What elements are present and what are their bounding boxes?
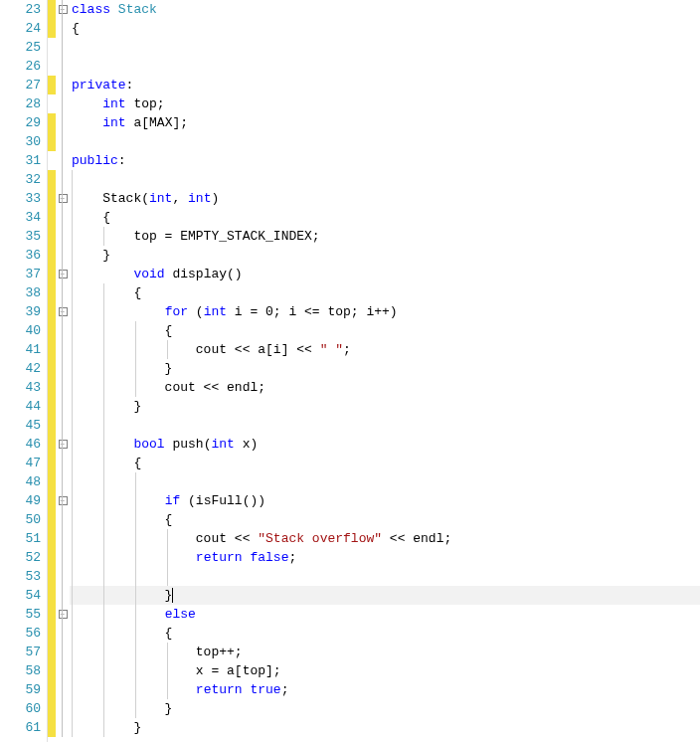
fold-cell[interactable]: − xyxy=(56,605,70,624)
indent-guide xyxy=(72,548,73,567)
code-line[interactable]: return true; xyxy=(70,680,700,699)
code-line[interactable]: } xyxy=(70,359,700,378)
line-number: 32 xyxy=(0,170,47,189)
code-line[interactable]: cout << a[i] << " "; xyxy=(70,340,700,359)
code-line[interactable] xyxy=(70,38,700,57)
code-line[interactable]: public: xyxy=(70,151,700,170)
code-line[interactable]: } xyxy=(70,397,700,416)
fold-cell xyxy=(56,76,70,94)
code-line[interactable]: for (int i = 0; i <= top; i++) xyxy=(70,302,700,321)
code-line[interactable]: { xyxy=(70,510,700,529)
code-line[interactable]: } xyxy=(70,586,700,605)
code-text: { xyxy=(72,285,141,300)
fold-cell xyxy=(56,624,70,643)
line-number: 40 xyxy=(0,321,47,340)
code-line[interactable]: int top; xyxy=(70,94,700,113)
fold-cell[interactable]: − xyxy=(56,491,70,510)
code-line[interactable]: cout << endl; xyxy=(70,378,700,397)
code-line[interactable]: { xyxy=(70,208,700,227)
modification-marker xyxy=(48,151,56,170)
code-line[interactable]: } xyxy=(70,718,700,737)
fold-cell[interactable]: − xyxy=(56,435,70,454)
code-line[interactable] xyxy=(70,472,700,491)
fold-toggle-icon[interactable]: − xyxy=(59,440,68,449)
code-line[interactable]: else xyxy=(70,605,700,624)
code-line[interactable]: if (isFull()) xyxy=(70,491,700,510)
code-line[interactable]: { xyxy=(70,624,700,643)
line-number: 51 xyxy=(0,529,47,548)
indent-guide xyxy=(103,435,104,454)
code-text: int top; xyxy=(72,96,165,111)
code-line[interactable] xyxy=(70,567,700,586)
fold-cell[interactable]: − xyxy=(56,302,70,321)
code-line[interactable] xyxy=(70,132,700,151)
indent-guide xyxy=(103,567,104,586)
code-line[interactable]: private: xyxy=(70,76,700,94)
code-line[interactable]: void display() xyxy=(70,265,700,283)
modification-marker xyxy=(48,397,56,416)
fold-toggle-icon[interactable]: − xyxy=(59,270,68,278)
line-number: 28 xyxy=(0,94,47,113)
indent-guide xyxy=(135,586,136,605)
fold-cell[interactable]: − xyxy=(56,189,70,208)
indent-guide xyxy=(135,472,136,491)
fold-cell xyxy=(56,416,70,435)
code-line[interactable] xyxy=(70,57,700,76)
code-line[interactable]: class Stack xyxy=(70,0,700,19)
code-line[interactable]: { xyxy=(70,321,700,340)
indent-guide xyxy=(72,340,73,359)
fold-cell xyxy=(56,680,70,699)
fold-toggle-icon[interactable]: − xyxy=(59,610,68,619)
modification-marker xyxy=(48,548,56,567)
code-text: } xyxy=(72,399,141,414)
fold-cell[interactable]: − xyxy=(56,0,70,19)
code-line[interactable] xyxy=(70,416,700,435)
fold-toggle-icon[interactable]: − xyxy=(59,5,68,14)
code-line[interactable]: return false; xyxy=(70,548,700,567)
code-line[interactable]: { xyxy=(70,454,700,472)
indent-guide xyxy=(103,340,104,359)
indent-guide xyxy=(72,567,73,586)
code-line[interactable]: { xyxy=(70,19,700,38)
indent-guide xyxy=(72,661,73,680)
indent-guide xyxy=(103,680,104,699)
line-number: 44 xyxy=(0,397,47,416)
code-line[interactable]: } xyxy=(70,246,700,265)
indent-guide xyxy=(103,529,104,548)
code-line[interactable]: top = EMPTY_STACK_INDEX; xyxy=(70,227,700,246)
line-number: 26 xyxy=(0,57,47,76)
line-number: 30 xyxy=(0,132,47,151)
modification-marker xyxy=(48,472,56,491)
code-line[interactable]: x = a[top]; xyxy=(70,661,700,680)
code-line[interactable] xyxy=(70,170,700,189)
modification-marker xyxy=(48,189,56,208)
code-line[interactable]: int a[MAX]; xyxy=(70,113,700,132)
fold-cell xyxy=(56,151,70,170)
code-line[interactable]: bool push(int x) xyxy=(70,435,700,454)
code-line[interactable]: cout << "Stack overflow" << endl; xyxy=(70,529,700,548)
code-line[interactable]: top++; xyxy=(70,643,700,661)
modification-marker xyxy=(48,132,56,151)
code-text: } xyxy=(72,588,172,603)
indent-guide xyxy=(167,529,168,548)
fold-toggle-icon[interactable]: − xyxy=(59,194,68,203)
code-line[interactable]: { xyxy=(70,283,700,302)
indent-guide xyxy=(103,397,104,416)
fold-cell xyxy=(56,57,70,76)
indent-guide xyxy=(72,170,73,189)
modification-marker xyxy=(48,57,56,76)
code-area[interactable]: class Stack{private: int top; int a[MAX]… xyxy=(70,0,700,742)
fold-cell xyxy=(56,246,70,265)
fold-cell xyxy=(56,359,70,378)
fold-cell[interactable]: − xyxy=(56,265,70,283)
indent-guide xyxy=(103,302,104,321)
indent-guide xyxy=(167,340,168,359)
line-number: 55 xyxy=(0,605,47,624)
fold-toggle-icon[interactable]: − xyxy=(59,307,68,316)
code-line[interactable]: Stack(int, int) xyxy=(70,189,700,208)
indent-guide xyxy=(103,586,104,605)
code-text: top++; xyxy=(72,645,243,659)
code-text: return false; xyxy=(72,550,296,565)
fold-toggle-icon[interactable]: − xyxy=(59,496,68,505)
code-line[interactable]: } xyxy=(70,699,700,718)
